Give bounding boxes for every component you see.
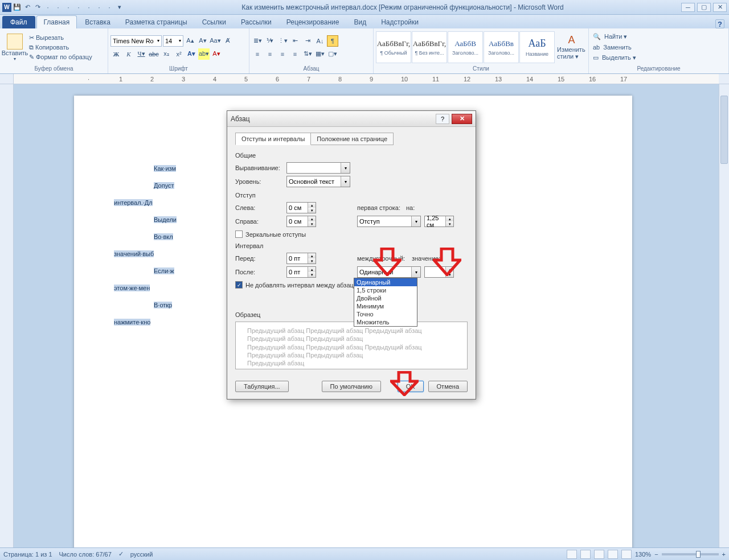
tab-review[interactable]: Рецензирование: [280, 16, 346, 28]
style-normal[interactable]: АаБбВвГг,¶ Обычный: [376, 31, 411, 63]
spacing-after-spin[interactable]: 0 пт▴▾: [286, 266, 316, 278]
qat-icon[interactable]: ·: [84, 3, 93, 12]
maximize-button[interactable]: ▢: [697, 3, 711, 12]
replace-button[interactable]: ab Заменить: [591, 43, 640, 52]
show-marks-button[interactable]: ¶: [327, 35, 338, 47]
no-add-space-checkbox[interactable]: ✓Не добавлять интервал между абзацам: [235, 281, 468, 289]
shrink-font-icon[interactable]: A▾: [197, 35, 208, 47]
help-icon[interactable]: ?: [715, 19, 724, 28]
view-outline-icon[interactable]: [608, 550, 618, 559]
qat-icon[interactable]: ·: [54, 3, 63, 12]
highlight-icon[interactable]: ab▾: [198, 48, 210, 60]
dropdown-option[interactable]: Множитель: [354, 318, 417, 326]
tab-layout[interactable]: Разметка страницы: [118, 16, 194, 28]
bullets-icon[interactable]: ≣▾: [252, 35, 263, 47]
sort-icon[interactable]: A↓: [314, 35, 326, 47]
style-heading1[interactable]: АаБбВЗаголово...: [448, 31, 483, 63]
dialog-close-button[interactable]: ✕: [452, 114, 472, 124]
align-right-icon[interactable]: ≡: [277, 48, 288, 60]
close-button[interactable]: ✕: [713, 3, 727, 12]
save-icon[interactable]: 💾: [13, 3, 22, 12]
tab-home[interactable]: Главная: [36, 15, 77, 28]
zoom-level[interactable]: 130%: [635, 551, 651, 558]
view-web-icon[interactable]: [594, 550, 604, 559]
dialog-tab-indents[interactable]: Отступы и интервалы: [235, 133, 311, 145]
vertical-scrollbar[interactable]: [719, 84, 729, 547]
select-button[interactable]: ▭ Выделить ▾: [591, 53, 640, 63]
borders-icon[interactable]: ▢▾: [327, 48, 338, 60]
font-name-combo[interactable]: Times New Ro▾: [110, 35, 162, 47]
indent-right-spin[interactable]: 0 см▴▾: [286, 216, 316, 227]
dropdown-option[interactable]: 1,5 строки: [354, 286, 417, 294]
minimize-button[interactable]: ─: [681, 3, 695, 12]
copy-button[interactable]: ⧉ Копировать: [29, 43, 92, 52]
change-case-icon[interactable]: Aa▾: [210, 35, 221, 47]
tab-mailings[interactable]: Рассылки: [234, 16, 279, 28]
zoom-in-button[interactable]: +: [722, 551, 726, 558]
styles-gallery[interactable]: АаБбВвГг,¶ Обычный АаБбВвГг,¶ Без инте..…: [376, 31, 555, 63]
cancel-button[interactable]: Отмена: [428, 381, 468, 392]
vertical-ruler[interactable]: [0, 84, 14, 547]
scrollbar-thumb[interactable]: [720, 96, 728, 164]
mirror-indents-checkbox[interactable]: Зеркальные отступы: [235, 230, 468, 238]
font-size-combo[interactable]: 14▾: [163, 35, 183, 47]
qat-icon[interactable]: ·: [95, 3, 104, 12]
tabs-button[interactable]: Табуляция...: [235, 381, 289, 392]
justify-icon[interactable]: ≡: [289, 48, 301, 60]
text-effects-icon[interactable]: A▾: [186, 48, 197, 60]
format-painter-button[interactable]: ✎ Формат по образцу: [29, 52, 92, 61]
horizontal-ruler[interactable]: ·1234567891011121314151617: [0, 74, 729, 84]
paste-button[interactable]: Вставить ▾: [2, 32, 27, 63]
outline-level-combo[interactable]: Основной текст▾: [286, 176, 350, 187]
redo-icon[interactable]: ↷: [33, 3, 42, 12]
status-proofing-icon[interactable]: ✓: [118, 550, 124, 558]
style-nospacing[interactable]: АаБбВвГг,¶ Без инте...: [412, 31, 447, 63]
dropdown-option[interactable]: Двойной: [354, 294, 417, 302]
default-button[interactable]: По умолчанию: [322, 381, 381, 392]
multilevel-icon[interactable]: ⋮▾: [277, 35, 288, 47]
style-title[interactable]: АаБНазвание: [519, 31, 555, 63]
dropdown-option[interactable]: Минимум: [354, 302, 417, 310]
subscript-button[interactable]: x₂: [161, 48, 172, 60]
line-spacing-dropdown[interactable]: Одинарный 1,5 строки Двойной Минимум Точ…: [354, 278, 417, 327]
indent-left-spin[interactable]: 0 см▴▾: [286, 202, 316, 213]
view-draft-icon[interactable]: [621, 550, 632, 559]
dropdown-option[interactable]: Точно: [354, 310, 417, 318]
dialog-help-button[interactable]: ?: [436, 114, 449, 124]
change-styles-button[interactable]: A Изменить стили ▾: [557, 31, 586, 63]
find-button[interactable]: 🔍 Найти ▾: [591, 32, 640, 42]
file-tab[interactable]: Файл: [2, 16, 35, 28]
align-center-icon[interactable]: ≡: [264, 48, 276, 60]
qat-icon[interactable]: ·: [74, 3, 83, 12]
strike-button[interactable]: abc: [148, 48, 159, 60]
outdent-icon[interactable]: ⇤: [289, 35, 301, 47]
tab-addins[interactable]: Надстройки: [374, 16, 425, 28]
view-fullscreen-icon[interactable]: [580, 550, 591, 559]
tab-insert[interactable]: Вставка: [78, 16, 117, 28]
superscript-button[interactable]: x²: [173, 48, 185, 60]
tab-references[interactable]: Ссылки: [195, 16, 233, 28]
line-spacing-icon[interactable]: ⇅▾: [302, 48, 313, 60]
bold-button[interactable]: Ж: [110, 48, 122, 60]
cut-button[interactable]: ✂ Вырезать: [29, 33, 92, 42]
clear-format-icon[interactable]: Ⱥ: [222, 35, 234, 47]
status-page[interactable]: Страница: 1 из 1: [3, 551, 52, 558]
alignment-combo[interactable]: ▾: [286, 162, 350, 174]
zoom-slider[interactable]: [662, 553, 719, 555]
font-color-icon[interactable]: A▾: [211, 48, 222, 60]
qat-dropdown-icon[interactable]: ▾: [115, 3, 124, 12]
zoom-out-button[interactable]: −: [654, 551, 658, 558]
first-line-by-spin[interactable]: 1,25 см▴▾: [424, 216, 454, 227]
qat-icon[interactable]: ·: [105, 3, 114, 12]
status-language[interactable]: русский: [130, 551, 153, 558]
indent-icon[interactable]: ⇥: [302, 35, 313, 47]
tab-view[interactable]: Вид: [347, 16, 373, 28]
qat-icon[interactable]: ·: [43, 3, 52, 12]
grow-font-icon[interactable]: A▴: [185, 35, 196, 47]
underline-button[interactable]: Ч▾: [136, 48, 147, 60]
qat-icon[interactable]: ·: [64, 3, 73, 12]
view-print-layout-icon[interactable]: [567, 550, 577, 559]
italic-button[interactable]: К: [123, 48, 134, 60]
align-left-icon[interactable]: ≡: [252, 48, 263, 60]
shading-icon[interactable]: ▦▾: [314, 48, 326, 60]
